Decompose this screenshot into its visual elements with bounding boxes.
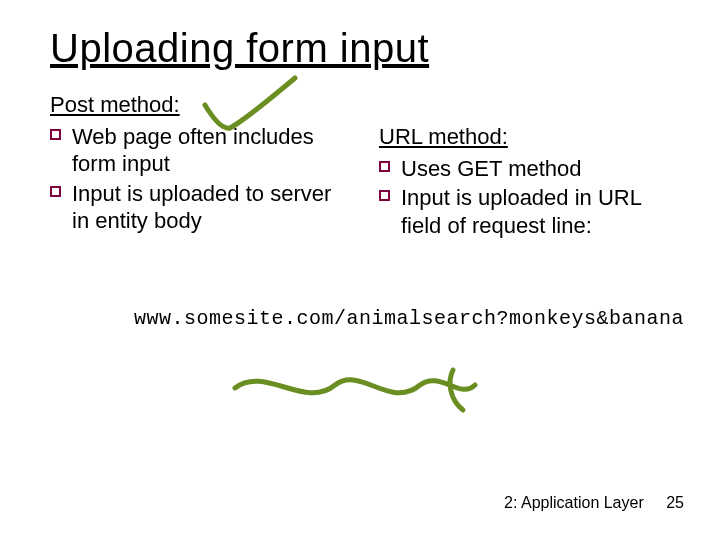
list-item: Input is uploaded to server in entity bo… bbox=[50, 180, 351, 235]
footer-chapter: 2: Application Layer bbox=[504, 494, 644, 511]
footer-page-number: 25 bbox=[666, 494, 684, 511]
list-item: Uses GET method bbox=[379, 155, 680, 183]
slide-title: Uploading form input bbox=[50, 26, 680, 71]
post-method-list: Web page often includes form input Input… bbox=[50, 123, 351, 235]
content-columns: Post method: Web page often includes for… bbox=[50, 91, 680, 247]
list-item-text: Input is uploaded to server in entity bo… bbox=[72, 181, 331, 234]
list-item-text: Input is uploaded in URL field of reques… bbox=[401, 185, 641, 238]
squiggle-annotation-icon bbox=[225, 360, 485, 420]
url-method-list: Uses GET method Input is uploaded in URL… bbox=[379, 155, 680, 240]
list-item-text: Web page often includes form input bbox=[72, 124, 314, 177]
left-column: Post method: Web page often includes for… bbox=[50, 91, 351, 247]
url-method-heading: URL method: bbox=[379, 123, 680, 151]
right-column: URL method: Uses GET method Input is upl… bbox=[379, 91, 680, 247]
list-item: Input is uploaded in URL field of reques… bbox=[379, 184, 680, 239]
list-item: Web page often includes form input bbox=[50, 123, 351, 178]
post-method-heading: Post method: bbox=[50, 91, 351, 119]
slide: Uploading form input Post method: Web pa… bbox=[0, 0, 720, 540]
list-item-text: Uses GET method bbox=[401, 156, 582, 181]
footer: 2: Application Layer 25 bbox=[504, 494, 684, 512]
url-example: www.somesite.com/animalsearch?monkeys&ba… bbox=[50, 307, 684, 330]
